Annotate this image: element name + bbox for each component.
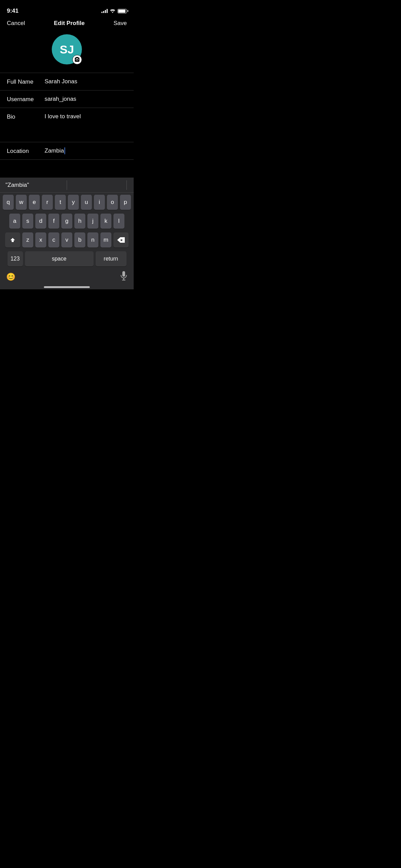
shift-icon <box>10 237 16 243</box>
key-u[interactable]: u <box>81 195 92 210</box>
numbers-key[interactable]: 123 <box>8 251 23 266</box>
keys-area: q w e r t y u i o p a s d f g h j k l <box>0 193 134 269</box>
key-row-4: 123 space return <box>1 251 132 266</box>
form-section: Full Name Sarah Jonas Username sarah_jon… <box>0 73 134 160</box>
svg-rect-0 <box>122 271 125 277</box>
key-x[interactable]: x <box>35 232 46 248</box>
bio-row: Bio I love to travel <box>0 108 134 142</box>
text-cursor <box>64 147 65 154</box>
predictive-suggestion[interactable]: "Zambia" <box>5 182 29 189</box>
status-time: 9:41 <box>7 8 19 14</box>
key-row-3: z x c v b n m <box>1 232 132 248</box>
status-icons <box>101 9 127 13</box>
key-n[interactable]: n <box>87 232 98 248</box>
key-row-2: a s d f g h j k l <box>1 214 132 229</box>
camera-icon <box>74 57 80 62</box>
avatar-initials: SJ <box>60 43 74 56</box>
key-a[interactable]: a <box>9 214 20 229</box>
key-o[interactable]: o <box>107 195 118 210</box>
home-indicator <box>0 284 134 289</box>
key-d[interactable]: d <box>35 214 46 229</box>
full-name-label: Full Name <box>7 78 45 85</box>
key-r[interactable]: r <box>42 195 53 210</box>
cancel-button[interactable]: Cancel <box>7 20 25 27</box>
predictive-bar: "Zambia" <box>0 178 134 193</box>
key-p[interactable]: p <box>120 195 131 210</box>
mic-button[interactable] <box>120 271 127 283</box>
key-h[interactable]: h <box>74 214 85 229</box>
space-key[interactable]: space <box>25 251 94 266</box>
mic-icon <box>120 271 127 281</box>
key-g[interactable]: g <box>61 214 72 229</box>
signal-icon <box>101 9 108 13</box>
wifi-icon <box>110 9 116 13</box>
location-value[interactable]: Zambia <box>45 147 127 155</box>
key-w[interactable]: w <box>16 195 27 210</box>
location-label: Location <box>7 147 45 155</box>
delete-key[interactable] <box>113 232 129 248</box>
page-title: Edit Profile <box>54 20 85 27</box>
camera-badge[interactable] <box>72 55 82 64</box>
key-z[interactable]: z <box>22 232 33 248</box>
key-b[interactable]: b <box>74 232 85 248</box>
location-row: Location Zambia <box>0 142 134 160</box>
shift-key[interactable] <box>5 232 20 248</box>
full-name-value[interactable]: Sarah Jonas <box>45 78 127 85</box>
key-e[interactable]: e <box>29 195 40 210</box>
avatar-wrapper[interactable]: SJ <box>52 34 82 64</box>
status-bar: 9:41 <box>0 0 134 17</box>
key-v[interactable]: v <box>61 232 72 248</box>
key-k[interactable]: k <box>100 214 111 229</box>
key-m[interactable]: m <box>100 232 111 248</box>
location-text: Zambia <box>45 147 64 155</box>
key-i[interactable]: i <box>94 195 105 210</box>
key-y[interactable]: y <box>68 195 79 210</box>
full-name-row: Full Name Sarah Jonas <box>0 73 134 91</box>
key-j[interactable]: j <box>87 214 98 229</box>
predictive-divider-right <box>126 180 127 190</box>
home-bar <box>44 286 90 288</box>
return-key[interactable]: return <box>96 251 126 266</box>
username-label: Username <box>7 95 45 103</box>
keyboard-container: "Zambia" q w e r t y u i o p a s d f g h… <box>0 178 134 289</box>
bottom-toolbar: 😊 <box>0 269 134 284</box>
key-row-1: q w e r t y u i o p <box>1 195 132 210</box>
emoji-button[interactable]: 😊 <box>6 273 15 281</box>
bio-value[interactable]: I love to travel <box>45 113 127 120</box>
key-c[interactable]: c <box>48 232 59 248</box>
nav-bar: Cancel Edit Profile Save <box>0 17 134 31</box>
bio-label: Bio <box>7 113 45 120</box>
delete-icon <box>117 237 125 243</box>
battery-icon <box>118 9 127 13</box>
username-row: Username sarah_jonas <box>0 91 134 108</box>
key-s[interactable]: s <box>22 214 33 229</box>
avatar-section: SJ <box>0 31 134 73</box>
key-l[interactable]: l <box>113 214 124 229</box>
key-t[interactable]: t <box>55 195 66 210</box>
predictive-divider-left <box>67 180 67 190</box>
save-button[interactable]: Save <box>113 20 127 27</box>
key-q[interactable]: q <box>3 195 14 210</box>
username-value[interactable]: sarah_jonas <box>45 95 127 103</box>
key-f[interactable]: f <box>48 214 59 229</box>
